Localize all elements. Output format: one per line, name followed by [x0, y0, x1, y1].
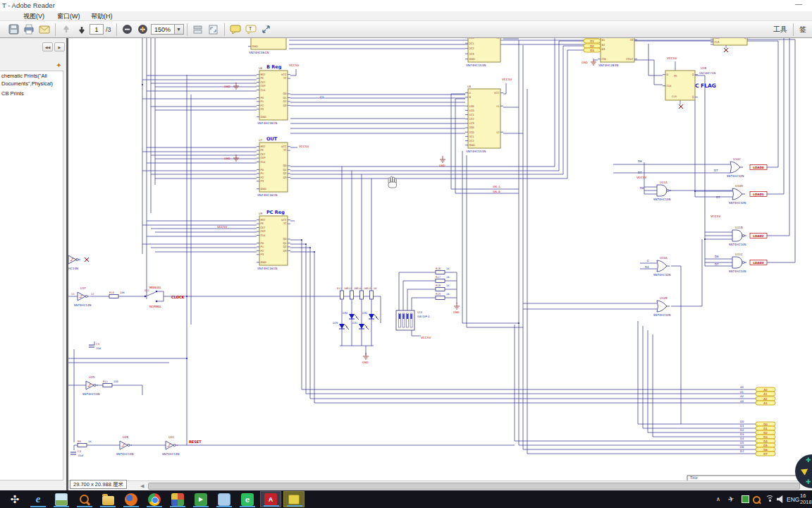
bookmark-pcb-prints[interactable]: CB Prints [0, 89, 63, 99]
adobe-reader-icon[interactable]: A [260, 491, 281, 507]
svg-text:U10A: U10A [660, 256, 668, 260]
led [339, 324, 345, 329]
media-app-icon[interactable] [167, 491, 188, 507]
scrollbar-thumb[interactable] [148, 483, 800, 490]
schematic-wires [68, 38, 812, 480]
collapse-panel-icon[interactable]: ◀◀ [42, 42, 53, 52]
scrolling-mode-icon[interactable] [191, 23, 205, 37]
schematic-label: 13 [71, 293, 74, 296]
scroll-left-arrow[interactable]: ◀ [140, 483, 144, 489]
next-page-icon[interactable] [75, 23, 89, 37]
schematic-label: PE [261, 149, 264, 152]
schematic-label: P3 [261, 253, 264, 256]
chrome-icon[interactable] [144, 491, 165, 507]
schematic-label: R18 [436, 284, 441, 287]
schematic-label: Q2 [283, 172, 286, 175]
schematic-label: D6 [715, 255, 719, 258]
text-callout-icon[interactable]: T [244, 23, 258, 37]
firefox-icon-glyph [125, 493, 137, 506]
schematic-label: 1C2 [469, 118, 474, 121]
ie-icon[interactable]: e [27, 491, 49, 507]
schematic-label: Q0 [283, 164, 287, 167]
svg-text:U10D: U10D [735, 184, 743, 188]
language-indicator[interactable]: ENG [787, 490, 799, 508]
tools-panel-button[interactable]: 工具 [773, 25, 787, 35]
photo-viewer-icon[interactable] [51, 491, 72, 507]
save-icon[interactable] [6, 23, 20, 37]
dip-lever [399, 314, 400, 319]
schematic-label: RST [261, 219, 266, 222]
schematic-label: B2 [602, 44, 605, 47]
schematic-label: D5 [740, 441, 744, 445]
email-icon[interactable] [37, 23, 51, 37]
tray-green-app-icon[interactable] [742, 490, 749, 508]
sign-panel-button[interactable]: 签 [799, 25, 806, 35]
menu-help[interactable]: 帮助(H) [91, 11, 113, 21]
evernote-icon-glyph: e [241, 493, 254, 506]
schematic-label: SN74HC74N [699, 71, 715, 75]
zoom-out-icon[interactable] [121, 23, 135, 37]
panel-options-icon[interactable]: ✦ [54, 61, 63, 70]
volume-icon[interactable] [777, 490, 785, 508]
tray-expand-icon[interactable]: ∧ [716, 490, 720, 508]
page-number-input[interactable]: 1 [90, 24, 104, 35]
schematic-label: 10uF [78, 454, 84, 457]
firefox-icon[interactable] [121, 491, 142, 507]
schematic-label: 10K [120, 291, 125, 294]
search-tool-icon-glyph [78, 493, 91, 506]
schematic-label: 2C1 [469, 42, 474, 45]
ground-symbol [440, 156, 445, 162]
video-app-icon[interactable]: ▶ [190, 491, 211, 507]
schematic-label: GND [224, 85, 230, 88]
zoom-dropdown-arrow[interactable]: ▼ [175, 24, 184, 35]
previous-page-icon[interactable] [59, 23, 73, 37]
fullscreen-expand-icon[interactable] [259, 23, 273, 37]
network-icon[interactable] [765, 490, 775, 508]
zoom-level-input[interactable]: 150% [151, 24, 175, 35]
bookmarks-panel: chematic Prints("All Documents",Physical… [0, 71, 63, 480]
schematic-label: U1B [701, 66, 706, 70]
menu-window[interactable]: 窗口(W) [57, 11, 80, 21]
resistor [436, 296, 445, 300]
schematic-label: PC Reg [266, 210, 285, 215]
svg-text:U11A: U11A [660, 181, 668, 184]
file-explorer-icon[interactable] [97, 491, 118, 507]
search-tool-icon[interactable] [74, 491, 95, 507]
schematic-label: C1 [320, 95, 324, 99]
schematic-label: VCC5V [289, 64, 299, 67]
resistor [103, 384, 112, 387]
schematic-label: D4 [763, 440, 768, 443]
schematic-label: 1OE [469, 105, 475, 108]
file-explorer-icon-glyph [102, 496, 114, 505]
schematic-label: CEP [261, 85, 266, 87]
zoom-in-icon[interactable] [136, 23, 150, 37]
clock[interactable]: 16 2018 [800, 490, 812, 508]
schematic-label: 1C3 [469, 122, 474, 125]
evernote-icon[interactable]: e [237, 491, 258, 507]
bookmark-schematic-prints[interactable]: chematic Prints("All Documents",Physical… [0, 71, 63, 89]
fit-page-icon[interactable] [207, 23, 221, 37]
schematic-label: A0 [740, 385, 744, 389]
schematic-label: TC [283, 222, 287, 225]
schematic-label: MANUAL [149, 286, 162, 289]
svg-text:U11C: U11C [735, 253, 743, 256]
print-icon[interactable] [22, 23, 36, 37]
pdf-page[interactable]: GNDSN74HC161NRSTPECETCEPCLKP0P1P2P3GNDVC… [68, 38, 812, 480]
minimize-button[interactable]: — [795, 0, 802, 10]
resistor [436, 271, 445, 274]
schematic-label: P1 [261, 172, 264, 175]
menu-view[interactable]: 视图(V) [23, 11, 44, 21]
player-app-icon[interactable] [214, 491, 235, 507]
expand-panel-icon[interactable]: ▶ [54, 42, 65, 52]
start-button[interactable]: ✣ [4, 491, 25, 507]
schematic-gate-inv: U2BSN74HC14N [116, 435, 134, 456]
schematic-label: CLK [715, 38, 720, 40]
dip-lever [410, 314, 412, 319]
schematic-label: VCC [494, 92, 500, 95]
horizontal-scrollbar[interactable]: ◀ [68, 480, 812, 490]
recorder-icon[interactable] [283, 491, 304, 507]
comment-bubble-icon[interactable] [228, 23, 242, 37]
schematic-label: SEL B [493, 190, 500, 193]
schematic-label: Q3 [283, 104, 286, 107]
tray-app-icon[interactable]: ✈ [726, 490, 735, 508]
